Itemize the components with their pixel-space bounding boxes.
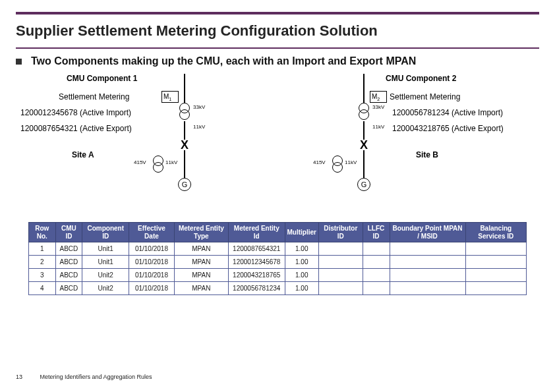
comp2-line-mid bbox=[363, 121, 365, 140]
top-rule bbox=[16, 12, 539, 14]
table-header-cell: Balancing Services ID bbox=[465, 223, 526, 242]
table-cell bbox=[465, 269, 526, 282]
table-cell: 1.00 bbox=[285, 242, 318, 256]
data-table: Row No.CMU IDComponent IDEffective DateM… bbox=[28, 222, 527, 295]
generator-2: G bbox=[357, 178, 370, 191]
table-cell bbox=[390, 282, 465, 295]
table-cell: 2 bbox=[29, 256, 56, 269]
table-cell bbox=[363, 269, 390, 282]
site-b-label: Site B bbox=[416, 150, 438, 159]
volt-11kv-2: 11kV bbox=[372, 124, 384, 130]
comp1-mpan-import: 1200012345678 (Active Import) bbox=[20, 108, 131, 117]
comp1-settlement-label: Settlement Metering bbox=[59, 92, 129, 101]
table-cell bbox=[363, 256, 390, 269]
comp1-line-low bbox=[184, 150, 185, 159]
table-cell: ABCD bbox=[55, 256, 82, 269]
table-cell: MPAN bbox=[174, 256, 228, 269]
cross-2: X bbox=[360, 140, 368, 150]
meter-box-m2: M2 bbox=[370, 91, 387, 103]
table-cell: 01/10/2018 bbox=[129, 282, 174, 295]
volt-11kv-2b: 11kV bbox=[345, 159, 357, 165]
table-cell bbox=[318, 269, 363, 282]
table-cell bbox=[363, 242, 390, 256]
transformer-2a bbox=[358, 103, 370, 121]
table-row: 2ABCDUnit101/10/2018MPAN12000123456781.0… bbox=[29, 256, 527, 269]
comp2-line-low bbox=[363, 150, 365, 159]
table-cell: ABCD bbox=[55, 282, 82, 295]
table-cell: 1200043218765 bbox=[229, 269, 285, 282]
table-cell: 1.00 bbox=[285, 269, 318, 282]
meter-box-m1: M1 bbox=[161, 91, 179, 103]
diagram-area: CMU Component 1 Settlement Metering M1 3… bbox=[20, 71, 535, 219]
table-header-cell: CMU ID bbox=[55, 223, 82, 242]
table-cell: Unit1 bbox=[82, 256, 129, 269]
comp2-mpan-export: 1200043218765 (Active Export) bbox=[392, 124, 504, 133]
table-body: 1ABCDUnit101/10/2018MPAN12000876543211.0… bbox=[29, 242, 527, 295]
comp2-line-top bbox=[363, 74, 365, 103]
comp2-line-gen bbox=[363, 159, 365, 178]
table-cell bbox=[318, 282, 363, 295]
volt-11kv-1b: 11kV bbox=[165, 159, 177, 165]
comp1-line-gen bbox=[184, 159, 185, 178]
bullet-row: Two Components making up the CMU, each w… bbox=[16, 55, 539, 67]
transformer-1a bbox=[179, 103, 190, 121]
table-header-cell: Metered Entity Id bbox=[229, 223, 285, 242]
table-cell bbox=[318, 242, 363, 256]
table-cell: 1 bbox=[29, 242, 56, 256]
footer-text: Metering Identifiers and Aggregation Rul… bbox=[40, 374, 152, 380]
table-header-cell: Row No. bbox=[29, 223, 56, 242]
table-row: 1ABCDUnit101/10/2018MPAN12000876543211.0… bbox=[29, 242, 527, 256]
bullet-text: Two Components making up the CMU, each w… bbox=[31, 55, 416, 67]
volt-415v-1: 415V bbox=[134, 159, 146, 165]
comp1-mpan-export: 1200087654321 (Active Export) bbox=[20, 124, 132, 133]
volt-33kv-1: 33kV bbox=[193, 104, 205, 110]
table-cell: MPAN bbox=[174, 269, 228, 282]
table-cell: 1200087654321 bbox=[229, 242, 285, 256]
table-cell: 01/10/2018 bbox=[129, 269, 174, 282]
table-cell bbox=[465, 282, 526, 295]
comp1-line-mid bbox=[184, 121, 185, 140]
table-cell: 4 bbox=[29, 282, 56, 295]
table-cell bbox=[465, 256, 526, 269]
table-header-cell: Metered Entity Type bbox=[174, 223, 228, 242]
table-cell: ABCD bbox=[55, 269, 82, 282]
table-cell: 1.00 bbox=[285, 282, 318, 295]
table-cell: Unit1 bbox=[82, 242, 129, 256]
table-cell: 1.00 bbox=[285, 256, 318, 269]
table-cell: 3 bbox=[29, 269, 56, 282]
volt-33kv-2: 33kV bbox=[372, 104, 384, 110]
comp2-title: CMU Component 2 bbox=[386, 74, 456, 83]
table-cell: 1200056781234 bbox=[229, 282, 285, 295]
table-cell bbox=[318, 256, 363, 269]
table-cell: 1200012345678 bbox=[229, 256, 285, 269]
volt-11kv-1: 11kV bbox=[193, 124, 205, 130]
table-header: Row No.CMU IDComponent IDEffective DateM… bbox=[29, 223, 527, 242]
bullet-icon bbox=[16, 59, 22, 65]
table-cell: 01/10/2018 bbox=[129, 242, 174, 256]
table-header-cell: Component ID bbox=[82, 223, 129, 242]
site-a-label: Site A bbox=[72, 150, 94, 159]
table-row: 4ABCDUnit201/10/2018MPAN12000567812341.0… bbox=[29, 282, 527, 295]
meter-sub-1: 1 bbox=[169, 97, 171, 101]
table-cell bbox=[363, 282, 390, 295]
table-cell: MPAN bbox=[174, 282, 228, 295]
table-header-cell: LLFC ID bbox=[363, 223, 390, 242]
table-cell: ABCD bbox=[55, 242, 82, 256]
meter-sub-2: 2 bbox=[377, 97, 380, 101]
page-number: 13 bbox=[16, 374, 38, 380]
table-row: 3ABCDUnit201/10/2018MPAN12000432187651.0… bbox=[29, 269, 527, 282]
thin-rule bbox=[16, 47, 539, 49]
comp1-line-top bbox=[184, 74, 185, 103]
table-header-cell: Multiplier bbox=[285, 223, 318, 242]
table-header-cell: Effective Date bbox=[129, 223, 174, 242]
table-cell bbox=[465, 242, 526, 256]
cross-1: X bbox=[181, 140, 189, 150]
table-header-cell: Distributor ID bbox=[318, 223, 363, 242]
table-cell: 01/10/2018 bbox=[129, 256, 174, 269]
table-cell: Unit2 bbox=[82, 282, 129, 295]
comp1-title: CMU Component 1 bbox=[67, 74, 137, 83]
transformer-1b bbox=[152, 155, 164, 174]
table-header-cell: Boundary Point MPAN / MSID bbox=[390, 223, 465, 242]
footer: 13 Metering Identifiers and Aggregation … bbox=[16, 374, 152, 380]
generator-1: G bbox=[178, 178, 191, 191]
